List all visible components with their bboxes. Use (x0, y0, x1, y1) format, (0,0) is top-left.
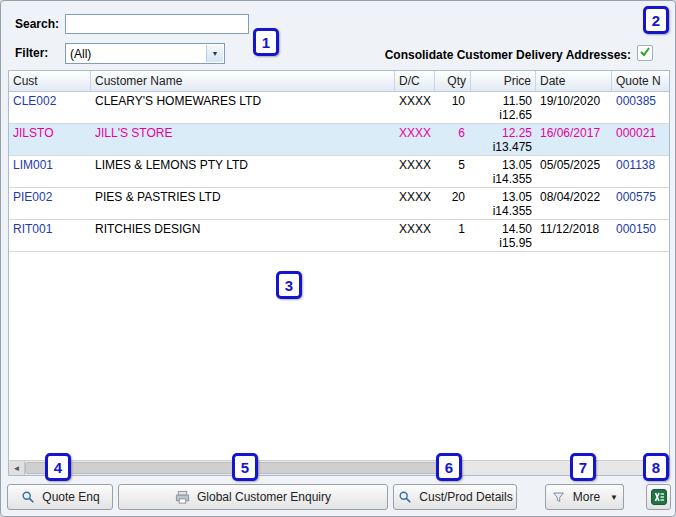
cust-prod-details-button[interactable]: Cust/Prod Details (393, 484, 517, 510)
column-header-qty[interactable]: Qty (435, 71, 471, 91)
table-row-selected[interactable]: JILSTO JILL'S STORE XXXX 6 12.25i13.475 … (9, 124, 669, 156)
cell-customer-name: PIES & PASTRIES LTD (91, 188, 395, 219)
column-header-date[interactable]: Date (536, 71, 612, 91)
cell-customer-name: LIMES & LEMONS PTY LTD (91, 156, 395, 187)
cell-customer-name: CLEARY'S HOMEWARES LTD (91, 92, 395, 123)
more-button[interactable]: More (545, 484, 606, 510)
cell-qty: 5 (435, 156, 471, 187)
cell-quote-no: 000021 (612, 124, 669, 155)
callout-7: 7 (570, 453, 596, 481)
magnifier-icon (397, 489, 413, 505)
excel-icon (651, 489, 667, 505)
table-header: Cust Customer Name D/C Qty Price Date Qu… (9, 71, 669, 92)
cell-price: 11.50i12.65 (471, 92, 536, 123)
cell-dc: XXXX (395, 188, 435, 219)
cell-customer-name: JILL'S STORE (91, 124, 395, 155)
global-customer-enquiry-button[interactable]: Global Customer Enquiry (118, 484, 388, 510)
column-header-quote-no[interactable]: Quote N (612, 71, 669, 91)
column-header-cust[interactable]: Cust (9, 71, 91, 91)
chevron-down-icon: ▼ (610, 493, 618, 502)
more-label: More (573, 490, 600, 504)
cell-date: 16/06/2017 (536, 124, 612, 155)
quote-enq-label: Quote Enq (42, 490, 99, 504)
consolidate-checkbox[interactable] (637, 45, 653, 61)
callout-1: 1 (253, 28, 279, 56)
cell-date: 05/05/2025 (536, 156, 612, 187)
table-row[interactable]: LIM001 LIMES & LEMONS PTY LTD XXXX 5 13.… (9, 156, 669, 188)
cell-price: 12.25i13.475 (471, 124, 536, 155)
table-row[interactable]: PIE002 PIES & PASTRIES LTD XXXX 20 13.05… (9, 188, 669, 220)
cell-cust: LIM001 (9, 156, 91, 187)
global-customer-enquiry-label: Global Customer Enquiry (197, 490, 331, 504)
cell-dc: XXXX (395, 156, 435, 187)
filter-selected-value: (All) (70, 47, 91, 61)
cell-price: 13.05i14.355 (471, 188, 536, 219)
cell-qty: 1 (435, 220, 471, 251)
callout-2: 2 (643, 6, 669, 34)
cell-cust: JILSTO (9, 124, 91, 155)
filter-dropdown[interactable]: (All) ▼ (65, 43, 225, 64)
cell-price: 14.50i15.95 (471, 220, 536, 251)
more-dropdown-button[interactable]: ▼ (605, 484, 624, 510)
search-label: Search: (15, 17, 59, 31)
cell-price: 13.05i14.355 (471, 156, 536, 187)
column-header-customer-name[interactable]: Customer Name (91, 71, 395, 91)
cell-quote-no: 000150 (612, 220, 669, 251)
callout-3: 3 (276, 271, 302, 299)
callout-5: 5 (232, 453, 258, 481)
callout-6: 6 (436, 453, 462, 481)
cust-prod-details-label: Cust/Prod Details (419, 490, 512, 504)
cell-qty: 6 (435, 124, 471, 155)
cell-date: 08/04/2022 (536, 188, 612, 219)
quote-enquiry-window: Search: Filter: (All) ▼ Consolidate Cust… (0, 0, 676, 517)
cell-quote-no: 001138 (612, 156, 669, 187)
cell-cust: CLE002 (9, 92, 91, 123)
chevron-down-icon[interactable]: ▼ (206, 45, 223, 62)
column-header-price[interactable]: Price (471, 71, 536, 91)
cell-qty: 10 (435, 92, 471, 123)
filter-funnel-icon (551, 489, 567, 505)
table-row[interactable]: RIT001 RITCHIES DESIGN XXXX 1 14.50i15.9… (9, 220, 669, 252)
cell-cust: PIE002 (9, 188, 91, 219)
cell-quote-no: 000575 (612, 188, 669, 219)
check-icon (639, 44, 651, 62)
cell-dc: XXXX (395, 124, 435, 155)
cell-date: 11/12/2018 (536, 220, 612, 251)
column-header-dc[interactable]: D/C (395, 71, 435, 91)
export-excel-button[interactable] (646, 484, 671, 510)
cell-qty: 20 (435, 188, 471, 219)
enquiry-printer-icon (175, 489, 191, 505)
consolidate-label: Consolidate Customer Delivery Addresses: (385, 48, 631, 62)
cell-customer-name: RITCHIES DESIGN (91, 220, 395, 251)
magnifier-icon (20, 489, 36, 505)
callout-8: 8 (643, 453, 669, 481)
quotes-table: Cust Customer Name D/C Qty Price Date Qu… (8, 70, 670, 476)
callout-4: 4 (45, 453, 71, 481)
cell-date: 19/10/2020 (536, 92, 612, 123)
cell-quote-no: 000385 (612, 92, 669, 123)
cell-dc: XXXX (395, 220, 435, 251)
cell-dc: XXXX (395, 92, 435, 123)
search-input[interactable] (65, 14, 249, 34)
table-row[interactable]: CLE002 CLEARY'S HOMEWARES LTD XXXX 10 11… (9, 92, 669, 124)
quote-enq-button[interactable]: Quote Enq (7, 484, 113, 510)
filter-label: Filter: (15, 46, 48, 60)
cell-cust: RIT001 (9, 220, 91, 251)
scroll-left-arrow-icon[interactable]: ◄ (9, 461, 25, 475)
